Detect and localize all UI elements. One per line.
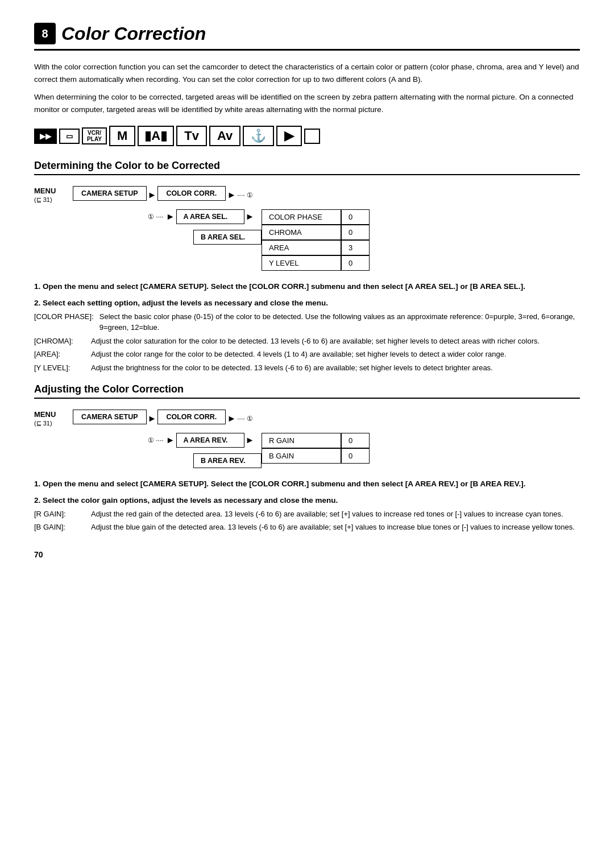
instr2-bold2: 2. Select the color gain options, adjust… [34,495,580,506]
instr2-item1: 1. Open the menu and select [CAMERA SETU… [34,478,580,490]
page-number: 70 [34,550,580,559]
instr2-item2: 2. Select the color gain options, adjust… [34,495,580,533]
section1-heading: Determining the Color to be Corrected [34,160,580,175]
detail-ylevel-label: [Y LEVEL]: [34,362,85,374]
arrow2: ► [227,187,236,200]
arrow3: ► [148,410,157,424]
detail-area-label: [AREA]: [34,349,85,360]
detail-color-phase-label: [COLOR PHASE]: [34,311,94,333]
color-phase-label: COLOR PHASE [262,209,341,225]
r-gain-value: 0 [341,433,370,448]
right-table-2: R GAIN 0 B GAIN 0 [262,433,370,464]
r-gain-label: R GAIN [262,433,341,448]
area-label: AREA [262,240,341,255]
instr1-bold1: 1. Open the menu and select [CAMERA SETU… [34,281,580,292]
video-icon: ▶ [276,126,302,146]
a-area-sel-box: A AREA SEL. [176,209,244,224]
title-icon: 8 [34,23,56,44]
instr1-bold2: 2. Select each setting option, adjust th… [34,297,580,309]
instructions-1: 1. Open the menu and select [CAMERA SETU… [34,281,580,373]
a-mode-icon: ▮A▮ [138,126,174,146]
arrow4: ► [227,410,236,424]
chroma-value: 0 [341,225,370,240]
y-level-label: Y LEVEL [262,255,341,271]
instr2-details: [R GAIN]: Adjust the red gain of the det… [34,509,580,533]
color-phase-value: 0 [341,209,370,225]
sub-arrow-1: ► [166,212,175,222]
frame-icon: ▭ [59,129,80,144]
dots-circle-2: ···· ① [237,411,253,423]
menu-label-1: MENU (⊑ 31) [34,183,68,204]
section2-diagram: MENU (⊑ 31) CAMERA SETUP ► COLOR CORR. ►… [34,407,580,468]
color-corr-box-2: COLOR CORR. [157,410,226,424]
b-gain-value: 0 [341,448,370,464]
sub-arrow-4: ► [246,435,255,445]
m-mode-icon: M [109,126,135,146]
detail-area-text: Adjust the color range for the color to … [91,349,580,360]
section1-diagram: MENU (⊑ 31) CAMERA SETUP ► COLOR CORR. ►… [34,183,580,271]
mode-bar: ▶▶ ▭ VCR/PLAY M ▮A▮ Tv Av ⚓ ▶ [34,126,580,146]
detail-bgain-label: [B GAIN]: [34,522,85,533]
box-icon [304,129,320,144]
right-table-1: COLOR PHASE 0 CHROMA 0 AREA 3 Y LEVEL 0 [262,209,370,271]
section2-heading: Adjusting the Color Correction [34,383,580,399]
area-value: 3 [341,240,370,255]
instr1-details: [COLOR PHASE]: Select the basic color ph… [34,311,580,374]
camera-setup-box-1: CAMERA SETUP [73,186,147,201]
intro-para1: With the color correction function you c… [34,61,580,85]
b-gain-label: B GAIN [262,448,341,464]
page-title: Color Correction [61,23,206,44]
detail-chroma: [CHROMA]: Adjust the color saturation fo… [34,336,580,347]
sub-circle-label-1: ① ···· [148,213,164,221]
b-area-rev-box: B AREA REV. [193,453,262,468]
b-area-sel-box: B AREA SEL. [193,230,262,245]
menu-label-2: MENU (⊑ 31) [34,407,68,427]
lock-icon: ⚓ [243,126,274,146]
a-area-rev-box: A AREA REV. [176,433,244,448]
tape-icon: ▶▶ [34,129,57,144]
color-corr-box-1: COLOR CORR. [157,186,226,201]
intro-para2: When determining the color to be correct… [34,91,580,115]
detail-chroma-text: Adjust the color saturation for the colo… [91,336,580,347]
detail-bgain-text: Adjust the blue gain of the detected are… [91,522,580,533]
detail-rgain: [R GAIN]: Adjust the red gain of the det… [34,509,580,520]
instr2-bold1: 1. Open the menu and select [CAMERA SETU… [34,478,580,490]
detail-chroma-label: [CHROMA]: [34,336,85,347]
detail-ylevel-text: Adjust the brightness for the color to b… [91,362,580,374]
detail-color-phase-text: Select the basic color phase (0-15) of t… [99,311,580,333]
instr1-item2: 2. Select each setting option, adjust th… [34,297,580,374]
page-title-area: 8 Color Correction [34,23,580,51]
sub-arrow-3: ► [166,435,175,445]
instr1-item1: 1. Open the menu and select [CAMERA SETU… [34,281,580,292]
camera-setup-box-2: CAMERA SETUP [73,410,147,424]
detail-rgain-text: Adjust the red gain of the detected area… [91,509,580,520]
sub-circle-label-2: ① ···· [148,436,164,444]
y-level-value: 0 [341,255,370,271]
arrow1: ► [148,187,157,200]
chroma-label: CHROMA [262,225,341,240]
tv-mode-icon: Tv [176,126,207,146]
vcr-play-icon: VCR/PLAY [82,127,107,144]
dots-circle-1: ···· ① [237,188,253,199]
sub-arrow-2: ► [246,212,255,222]
detail-bgain: [B GAIN]: Adjust the blue gain of the de… [34,522,580,533]
instructions-2: 1. Open the menu and select [CAMERA SETU… [34,478,580,533]
av-mode-icon: Av [209,126,240,146]
detail-color-phase: [COLOR PHASE]: Select the basic color ph… [34,311,580,333]
detail-area: [AREA]: Adjust the color range for the c… [34,349,580,360]
detail-ylevel: [Y LEVEL]: Adjust the brightness for the… [34,362,580,374]
detail-rgain-label: [R GAIN]: [34,509,85,520]
